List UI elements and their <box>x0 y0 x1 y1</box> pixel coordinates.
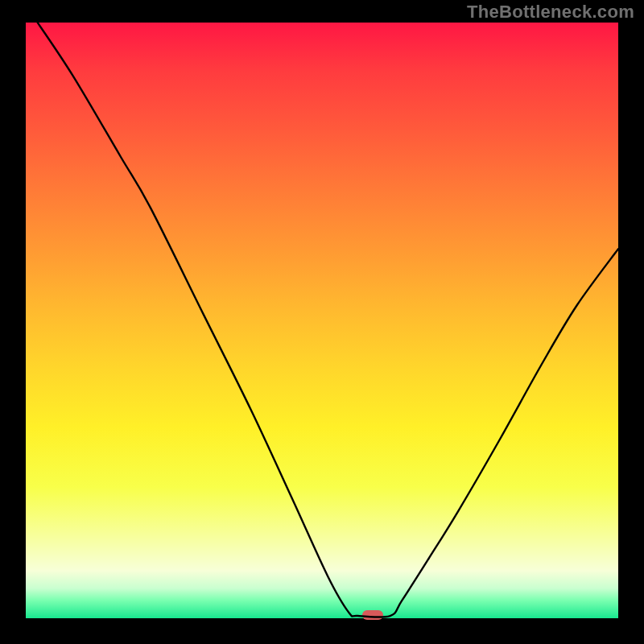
bottleneck-curve <box>26 23 618 618</box>
watermark-text: TheBottleneck.com <box>467 2 634 23</box>
chart-container: TheBottleneck.com <box>0 0 644 644</box>
plot-area <box>26 23 618 618</box>
